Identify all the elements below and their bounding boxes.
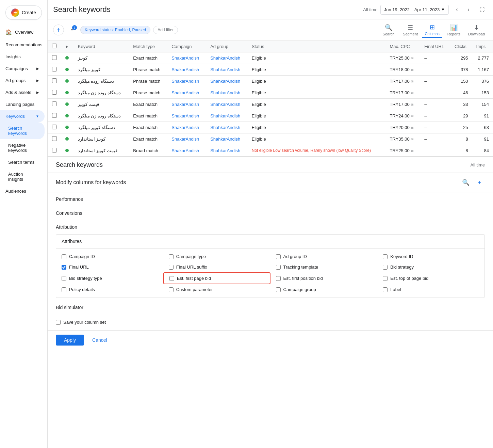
- attr-checkbox-ad-group-id[interactable]: [276, 254, 281, 259]
- segment-action[interactable]: ☰ Segment: [400, 22, 421, 37]
- campaign-cell[interactable]: ShakarAndish: [167, 133, 206, 145]
- row-checkbox-cell[interactable]: [48, 145, 61, 157]
- row-checkbox[interactable]: [52, 67, 57, 71]
- campaign-cell[interactable]: ShakarAndish: [167, 76, 206, 87]
- ad-group-link[interactable]: ShahkarAndish: [210, 67, 240, 72]
- campaign-link[interactable]: ShakarAndish: [171, 102, 199, 107]
- sidebar-item-keywords[interactable]: Keywords ▼: [0, 110, 45, 122]
- campaign-cell[interactable]: ShakarAndish: [167, 87, 206, 99]
- reports-action[interactable]: 📊 Reports: [444, 22, 464, 37]
- attr-item-tracking-template[interactable]: Tracking template: [270, 262, 378, 272]
- ad-group-cell[interactable]: ShahkarAndish: [206, 99, 248, 110]
- attr-item-bid-strategy-type[interactable]: Bid strategy type: [56, 272, 163, 284]
- attr-item-est-first-page-bid[interactable]: Est. first page bid: [163, 272, 270, 284]
- ad-group-link[interactable]: ShahkarAndish: [210, 137, 240, 142]
- ad-group-cell[interactable]: ShahkarAndish: [206, 110, 248, 122]
- attr-item-policy-details[interactable]: Policy details: [56, 284, 163, 295]
- ad-group-link[interactable]: ShahkarAndish: [210, 113, 240, 118]
- row-checkbox[interactable]: [52, 148, 57, 153]
- create-button[interactable]: + Create: [5, 5, 42, 20]
- header-match-type[interactable]: Match type: [129, 41, 167, 52]
- sidebar-item-overview[interactable]: 🏠 Overview: [0, 25, 45, 39]
- header-campaign[interactable]: Campaign: [167, 41, 206, 52]
- ad-group-cell[interactable]: ShahkarAndish: [206, 87, 248, 99]
- campaign-link[interactable]: ShakarAndish: [171, 137, 199, 142]
- attr-checkbox-campaign-group[interactable]: [276, 287, 281, 292]
- prev-arrow[interactable]: ‹: [451, 4, 462, 15]
- row-checkbox[interactable]: [52, 136, 57, 141]
- attr-checkbox-custom-parameter[interactable]: [169, 287, 174, 292]
- add-filter-button[interactable]: Add filter: [153, 26, 178, 34]
- attr-checkbox-est-first-position-bid[interactable]: [276, 276, 281, 281]
- select-all-checkbox[interactable]: [52, 44, 57, 48]
- campaign-cell[interactable]: ShakarAndish: [167, 64, 206, 76]
- date-range-picker[interactable]: Jun 19, 2022 – Apr 11, 2023 ▼: [380, 5, 449, 15]
- ad-group-link[interactable]: ShahkarAndish: [210, 55, 240, 61]
- search-action[interactable]: 🔍 Search: [378, 22, 399, 37]
- campaign-link[interactable]: ShakarAndish: [171, 67, 199, 72]
- conversions-section[interactable]: Conversions: [48, 206, 493, 220]
- sidebar-item-landing-pages[interactable]: Landing pages: [0, 98, 45, 110]
- ad-group-cell[interactable]: ShahkarAndish: [206, 64, 248, 76]
- row-checkbox[interactable]: [52, 125, 57, 129]
- attr-checkbox-est-first-page-bid[interactable]: [169, 276, 174, 281]
- attr-item-est-top-of-page-bid[interactable]: Est. top of page bid: [377, 272, 484, 284]
- save-column-set-checkbox[interactable]: [56, 320, 61, 325]
- header-impressions[interactable]: Impr.: [472, 41, 493, 52]
- download-action[interactable]: ⬇ Download: [465, 22, 488, 37]
- campaign-link[interactable]: ShakarAndish: [171, 79, 199, 84]
- attr-checkbox-campaign-type[interactable]: [169, 254, 174, 259]
- filter-icon-button[interactable]: ≡ 1: [67, 25, 78, 35]
- header-final-url[interactable]: Final URL: [420, 41, 450, 52]
- attr-item-custom-parameter[interactable]: Custom parameter: [163, 284, 270, 295]
- sidebar-item-search-keywords[interactable]: Search keywords: [0, 122, 45, 139]
- sidebar-item-recommendations[interactable]: Recommendations: [0, 39, 45, 51]
- attr-checkbox-bid-strategy-type[interactable]: [62, 276, 66, 281]
- columns-action[interactable]: ⊞ Columns: [422, 22, 442, 38]
- header-max-cpc[interactable]: Max. CPC: [385, 41, 420, 52]
- keyword-status-filter[interactable]: Keyword status: Enabled, Paused: [80, 26, 150, 34]
- attr-checkbox-est-top-of-page-bid[interactable]: [383, 276, 388, 281]
- expand-button[interactable]: ⛶: [477, 4, 488, 15]
- search-columns-button[interactable]: 🔍: [460, 177, 471, 188]
- ad-group-cell[interactable]: ShahkarAndish: [206, 76, 248, 87]
- attr-checkbox-policy-details[interactable]: [62, 287, 66, 292]
- sidebar-item-insights[interactable]: Insights: [0, 51, 45, 63]
- attr-checkbox-tracking-template[interactable]: [276, 265, 281, 270]
- sidebar-item-search-terms[interactable]: Search terms: [0, 156, 45, 168]
- ad-group-link[interactable]: ShahkarAndish: [210, 148, 240, 153]
- row-checkbox-cell[interactable]: [48, 110, 61, 122]
- sidebar-item-ads-assets[interactable]: Ads & assets ▶: [0, 86, 45, 98]
- attr-item-bid-strategy[interactable]: Bid strategy: [377, 262, 484, 272]
- campaign-link[interactable]: ShakarAndish: [171, 90, 199, 95]
- add-column-button[interactable]: +: [474, 177, 485, 188]
- campaign-cell[interactable]: ShakarAndish: [167, 110, 206, 122]
- apply-button[interactable]: Apply: [56, 335, 84, 346]
- attr-checkbox-campaign-id[interactable]: [62, 254, 66, 259]
- ad-group-link[interactable]: ShahkarAndish: [210, 102, 240, 107]
- ad-group-cell[interactable]: ShahkarAndish: [206, 145, 248, 157]
- ad-group-cell[interactable]: ShahkarAndish: [206, 52, 248, 64]
- attr-item-final-url-suffix[interactable]: Final URL suffix: [163, 262, 270, 272]
- row-checkbox[interactable]: [52, 78, 57, 83]
- attr-item-label[interactable]: Label: [377, 284, 484, 295]
- header-keyword[interactable]: Keyword: [74, 41, 129, 52]
- campaign-link[interactable]: ShakarAndish: [171, 55, 199, 61]
- ad-group-cell[interactable]: ShahkarAndish: [206, 122, 248, 133]
- ad-group-link[interactable]: ShahkarAndish: [210, 79, 240, 84]
- cancel-button[interactable]: Cancel: [88, 335, 111, 346]
- header-ad-group[interactable]: Ad group: [206, 41, 248, 52]
- row-checkbox-cell[interactable]: [48, 87, 61, 99]
- sidebar-item-ad-groups[interactable]: Ad groups ▶: [0, 75, 45, 86]
- campaign-cell[interactable]: ShakarAndish: [167, 122, 206, 133]
- row-checkbox-cell[interactable]: [48, 64, 61, 76]
- ad-group-link[interactable]: ShahkarAndish: [210, 125, 240, 130]
- row-checkbox-cell[interactable]: [48, 76, 61, 87]
- attr-checkbox-bid-strategy[interactable]: [383, 265, 388, 270]
- row-checkbox[interactable]: [52, 55, 57, 60]
- campaign-cell[interactable]: ShakarAndish: [167, 99, 206, 110]
- header-clicks[interactable]: Clicks: [450, 41, 472, 52]
- attribution-section[interactable]: Attribution: [48, 220, 493, 234]
- attr-item-campaign-group[interactable]: Campaign group: [270, 284, 378, 295]
- attr-item-campaign-type[interactable]: Campaign type: [163, 251, 270, 262]
